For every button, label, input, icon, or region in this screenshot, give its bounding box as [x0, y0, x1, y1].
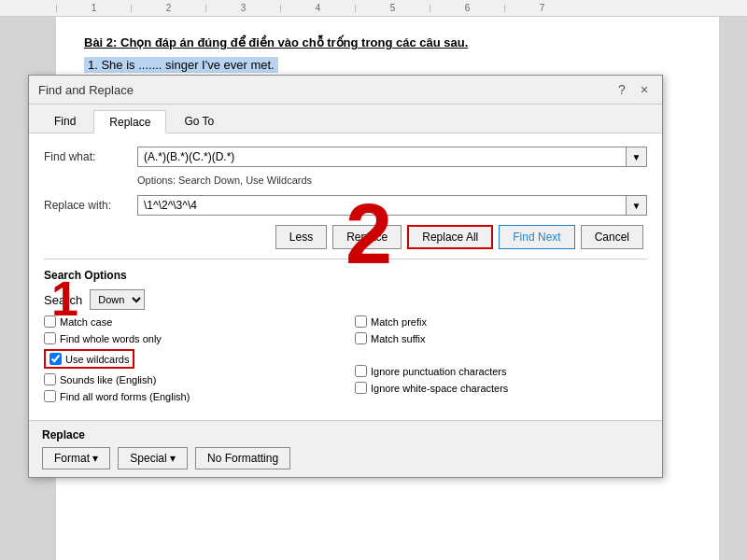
find-what-label: Find what:: [44, 150, 137, 163]
options-col-left: Match case Find whole words only Use wil…: [44, 315, 336, 407]
annotation-number-1: 1: [51, 271, 78, 327]
ignore-whitespace-checkbox[interactable]: [355, 382, 367, 394]
special-button[interactable]: Special ▾: [118, 447, 188, 469]
ruler-mark-6: 6: [430, 5, 504, 12]
word-forms-checkbox[interactable]: [44, 390, 56, 402]
ruler: 1 2 3 4 5 6 7: [0, 0, 747, 17]
replace-with-label: Replace with:: [44, 199, 137, 212]
tab-replace[interactable]: Replace: [93, 110, 166, 133]
sounds-like-row: Sounds like (English): [44, 373, 336, 385]
match-suffix-checkbox[interactable]: [355, 332, 367, 344]
footer-label: Replace: [42, 428, 649, 441]
match-prefix-row: Match prefix: [355, 315, 647, 328]
use-wildcards-checkbox[interactable]: [49, 353, 62, 365]
dialog-help-button[interactable]: ?: [613, 81, 630, 98]
cancel-button[interactable]: Cancel: [581, 225, 643, 249]
more-less-button[interactable]: Less: [275, 225, 327, 249]
ignore-whitespace-row: Ignore white-space characters: [355, 382, 647, 394]
search-direction-row: Search Down: [44, 289, 647, 310]
ignore-punctuation-label: Ignore punctuation characters: [371, 366, 507, 377]
ignore-whitespace-label: Ignore white-space characters: [371, 383, 508, 394]
find-what-row: Find what: ▼: [44, 147, 647, 167]
match-prefix-label: Match prefix: [371, 316, 427, 328]
whole-words-checkbox[interactable]: [44, 332, 56, 344]
ignore-punctuation-checkbox[interactable]: [355, 365, 367, 377]
word-forms-row: Find all word forms (English): [44, 390, 336, 402]
annotation-number-2: 2: [345, 187, 392, 283]
no-formatting-button[interactable]: No Formatting: [195, 447, 290, 469]
doc-heading: Bài 2: Chọn đáp án đúng để điền vào chỗ …: [84, 35, 691, 49]
ruler-mark-2: 2: [131, 5, 205, 12]
ruler-mark-7: 7: [504, 5, 579, 12]
find-what-dropdown[interactable]: ▼: [627, 147, 647, 167]
ruler-mark-5: 5: [355, 5, 430, 12]
match-suffix-row: Match suffix: [355, 332, 647, 344]
match-prefix-checkbox[interactable]: [355, 315, 367, 328]
replace-all-button[interactable]: Replace All: [407, 225, 493, 249]
ignore-punctuation-row: Ignore punctuation characters: [355, 365, 647, 377]
dialog-titlebar: Find and Replace ? ×: [29, 76, 662, 105]
tab-goto[interactable]: Go To: [168, 110, 230, 133]
dialog-tabs: Find Replace Go To: [29, 105, 662, 133]
ruler-mark-4: 4: [280, 5, 355, 12]
whole-words-label: Find whole words only: [60, 333, 162, 344]
dialog-close-button[interactable]: ×: [636, 81, 653, 98]
use-wildcards-row: Use wildcards: [44, 349, 336, 369]
options-info: Options: Search Down, Use Wildcards: [44, 175, 647, 186]
options-columns: Match case Find whole words only Use wil…: [44, 315, 647, 407]
replace-with-dropdown[interactable]: ▼: [627, 195, 647, 216]
ruler-mark-1: 1: [56, 5, 131, 12]
tab-find[interactable]: Find: [38, 110, 92, 133]
sounds-like-checkbox[interactable]: [44, 373, 56, 385]
use-wildcards-label: Use wildcards: [65, 354, 129, 365]
format-button[interactable]: Format ▾: [42, 447, 110, 469]
find-next-button[interactable]: Find Next: [499, 225, 574, 249]
search-direction-select[interactable]: Down: [90, 289, 145, 310]
empty-row: [355, 349, 647, 360]
find-what-input[interactable]: [137, 147, 627, 167]
ruler-mark-3: 3: [205, 5, 280, 12]
use-wildcards-highlighted: Use wildcards: [44, 349, 134, 369]
match-case-row: Match case: [44, 315, 336, 328]
options-col-right: Match prefix Match suffix Ignore punctua…: [355, 315, 647, 407]
dialog-controls: ? ×: [613, 81, 653, 98]
word-forms-label: Find all word forms (English): [60, 391, 190, 402]
dialog-title: Find and Replace: [38, 83, 134, 97]
dialog-footer: Replace Format ▾ Special ▾ No Formatting: [29, 420, 662, 477]
whole-words-row: Find whole words only: [44, 332, 336, 344]
match-suffix-label: Match suffix: [371, 333, 426, 344]
sounds-like-label: Sounds like (English): [60, 374, 156, 385]
doc-line1: 1. She is ....... singer I've ever met.: [84, 57, 278, 73]
footer-buttons: Format ▾ Special ▾ No Formatting: [42, 447, 649, 469]
